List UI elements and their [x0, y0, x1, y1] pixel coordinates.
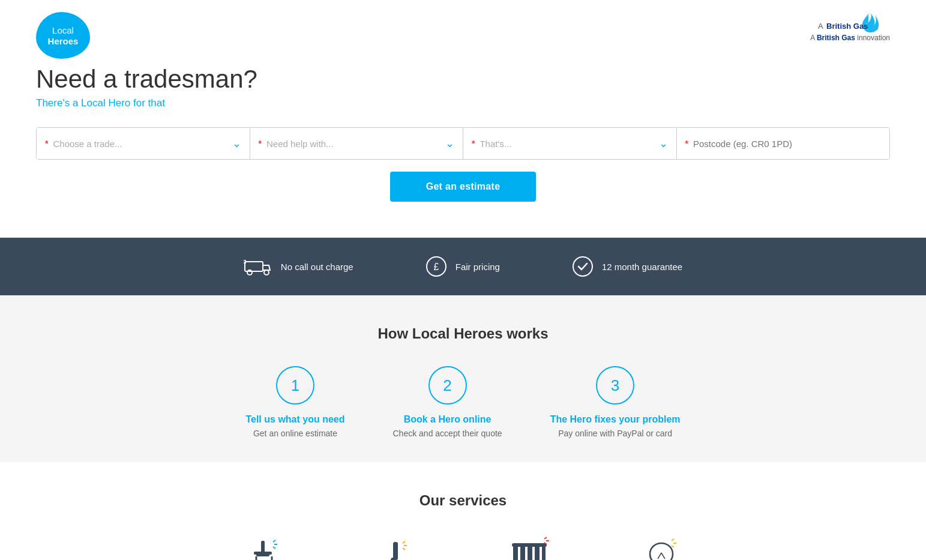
electrical-icon [640, 536, 682, 560]
benefit-fair-pricing-label: Fair pricing [455, 262, 500, 272]
step-2-circle: 2 [428, 366, 467, 405]
guarantee-icon [572, 256, 594, 277]
trade-chevron-icon: ⌄ [232, 137, 241, 150]
step-3-heading: The Hero fixes your problem [550, 414, 681, 425]
postcode-input[interactable] [693, 139, 881, 149]
british-gas-label: A British Gas innovation [810, 34, 890, 42]
svg-line-40 [672, 546, 674, 547]
step-1-number: 1 [291, 376, 299, 395]
svg-rect-12 [254, 552, 272, 555]
svg-line-20 [403, 541, 405, 543]
help-chevron-icon: ⌄ [445, 137, 454, 150]
logo-blob: Local Heroes [36, 12, 90, 59]
svg-text:£: £ [433, 262, 439, 272]
step-3-number: 3 [611, 376, 619, 395]
step-1: 1 Tell us what you need Get an online es… [245, 366, 344, 438]
step-1-desc: Get an online estimate [253, 429, 337, 438]
pound-icon: £ [425, 256, 447, 277]
step-2-desc: Check and accept their quote [393, 429, 502, 438]
help-placeholder: Need help with... [266, 139, 445, 149]
thats-required: * [472, 139, 475, 148]
british-gas-logo: A British Gas A British Gas innovation [810, 12, 890, 42]
svg-line-22 [403, 548, 405, 550]
search-form: * Choose a trade... ⌄ * Need help with..… [36, 127, 890, 160]
svg-rect-24 [520, 546, 525, 560]
plumbing-icon-area [241, 533, 289, 560]
benefit-no-callout-label: No call out charge [281, 262, 353, 272]
hero-subtitle: There's a Local Hero for that [36, 97, 890, 109]
benefit-guarantee-label: 12 month guarantee [602, 262, 682, 272]
benefit-guarantee: 12 month guarantee [572, 256, 682, 277]
svg-text:British Gas: British Gas [826, 22, 868, 31]
svg-rect-4 [245, 262, 263, 271]
step-2-number: 2 [443, 376, 451, 395]
services-row: Plumbing Drains [36, 533, 890, 560]
svg-rect-26 [535, 546, 540, 560]
british-gas-svg: A British Gas [818, 12, 890, 34]
svg-point-6 [264, 270, 269, 275]
step-1-heading: Tell us what you need [245, 414, 344, 425]
svg-text:A: A [818, 22, 823, 31]
svg-text:Local: Local [52, 25, 74, 35]
service-heating[interactable]: Heating [487, 533, 571, 560]
step-3-circle: 3 [596, 366, 634, 405]
svg-rect-25 [528, 546, 532, 560]
service-electrical[interactable]: Electrical [619, 533, 703, 560]
svg-point-9 [573, 257, 592, 276]
trade-placeholder: Choose a trade... [53, 139, 232, 149]
our-services-section: Our services Plumbing [0, 462, 926, 560]
help-dropdown[interactable]: * Need help with... ⌄ [250, 128, 464, 159]
thats-placeholder: That's... [480, 139, 658, 149]
service-plumbing[interactable]: Plumbing [223, 533, 307, 560]
svg-line-36 [658, 553, 661, 559]
header: Local Heroes A British Gas A British Gas… [0, 0, 926, 65]
steps-row: 1 Tell us what you need Get an online es… [36, 366, 890, 438]
thats-dropdown[interactable]: * That's... ⌄ [463, 128, 677, 159]
svg-rect-27 [542, 546, 546, 560]
heating-icon-area [505, 533, 553, 560]
step-2: 2 Book a Hero online Check and accept th… [393, 366, 502, 438]
benefit-no-callout: No call out charge [244, 256, 353, 277]
svg-rect-17 [393, 542, 398, 560]
step-1-circle: 1 [276, 366, 314, 405]
svg-line-14 [273, 540, 275, 542]
how-it-works-title: How Local Heroes works [36, 325, 890, 342]
service-drains[interactable]: Drains [355, 533, 439, 560]
trade-dropdown[interactable]: * Choose a trade... ⌄ [37, 128, 250, 159]
plumbing-icon [244, 536, 286, 560]
our-services-title: Our services [36, 492, 890, 509]
step-3: 3 The Hero fixes your problem Pay online… [550, 366, 681, 438]
hero-title: Need a tradesman? [36, 65, 890, 94]
help-required: * [259, 139, 262, 148]
thats-chevron-icon: ⌄ [659, 137, 668, 150]
get-estimate-button[interactable]: Get an estimate [390, 172, 537, 202]
svg-line-30 [544, 537, 547, 539]
benefit-fair-pricing: £ Fair pricing [425, 256, 500, 277]
svg-line-37 [661, 553, 665, 559]
postcode-field[interactable]: * [677, 128, 890, 159]
drains-icon-area [373, 533, 421, 560]
postcode-required: * [685, 139, 688, 148]
benefits-bar: No call out charge £ Fair pricing 12 mon… [0, 238, 926, 295]
step-2-heading: Book a Hero online [404, 414, 492, 425]
how-it-works-section: How Local Heroes works 1 Tell us what yo… [0, 295, 926, 462]
svg-text:Heroes: Heroes [48, 36, 79, 46]
svg-line-38 [672, 539, 674, 541]
svg-line-16 [273, 547, 275, 549]
drains-icon [376, 536, 418, 560]
hero-section: Need a tradesman? There's a Local Hero f… [0, 65, 926, 220]
logo[interactable]: Local Heroes [36, 12, 90, 59]
electrical-icon-area [637, 533, 685, 560]
svg-rect-28 [512, 543, 547, 547]
trade-required: * [45, 139, 48, 148]
step-3-desc: Pay online with PayPal or card [558, 429, 672, 438]
svg-rect-23 [513, 546, 518, 560]
van-icon [244, 256, 272, 277]
heating-icon [508, 536, 550, 560]
logo-svg: Local Heroes [36, 12, 90, 59]
